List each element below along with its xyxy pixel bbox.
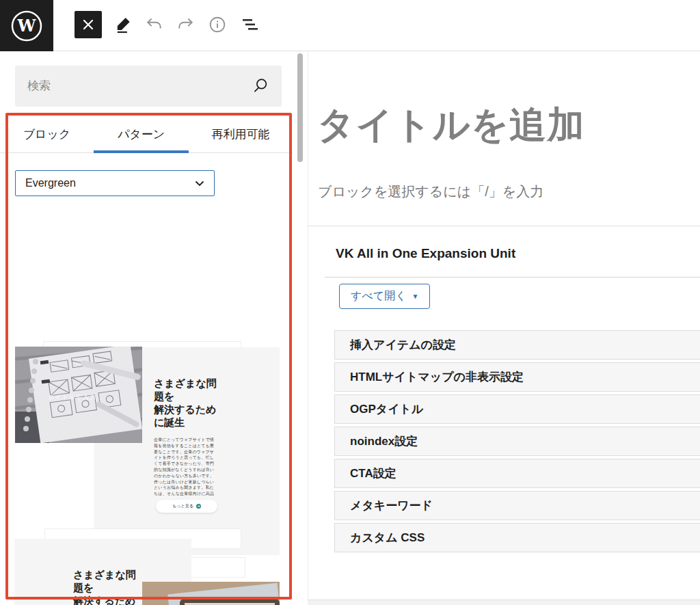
gutenberg-editor: W xyxy=(0,0,700,605)
wordpress-logo-icon: W xyxy=(10,10,43,42)
accordion-item-html-sitemap[interactable]: HTMLサイトマップの非表示設定 xyxy=(334,362,700,392)
pattern2-photo: タイトルを入力... xyxy=(142,582,280,605)
search-icon xyxy=(252,77,269,97)
pattern-preview-1[interactable]: タイトルを入力... さまざまな問 題を 解決するため に誕生 企業にとってウェ… xyxy=(5,277,286,504)
redo-button[interactable] xyxy=(174,14,196,36)
close-inserter-button[interactable] xyxy=(75,11,102,38)
accordion-item-ogp-title[interactable]: OGPタイトル xyxy=(334,394,700,424)
search-box xyxy=(15,66,282,107)
accordion-item-meta-keywords[interactable]: メタキーワード xyxy=(334,491,700,520)
pattern1-heading: さまざまな問 題を 解決するため に誕生 xyxy=(154,377,250,429)
block-appender-placeholder[interactable]: ブロックを選択するには「/」を入力 xyxy=(318,183,543,201)
wordpress-logo[interactable]: W xyxy=(0,0,53,51)
scrollbar-thumb[interactable] xyxy=(297,53,303,162)
accordion-item-custom-css[interactable]: カスタム CSS xyxy=(334,523,700,552)
pattern-preview-2[interactable]: さまざまな問 題を 解決するため に誕生 文章入力エリアの左右に余白があります。… xyxy=(5,504,286,605)
close-icon xyxy=(82,18,94,31)
undo-icon xyxy=(146,16,163,33)
canvas-bottom-edge xyxy=(308,600,700,605)
accordion-item-insert-items[interactable]: 挿入アイテムの設定 xyxy=(334,330,700,360)
info-icon xyxy=(208,16,226,33)
top-toolbar: W xyxy=(0,0,700,51)
open-all-label: すべて開く xyxy=(351,289,407,304)
meta-panel-top-divider xyxy=(308,226,700,226)
pattern1-body: 企業にとってウェブサイトで情報を発信をすることはとても重要なことです。企業のウェ… xyxy=(154,437,214,496)
edit-mode-button[interactable] xyxy=(113,14,135,36)
undo-button[interactable] xyxy=(144,14,165,36)
redo-icon xyxy=(176,16,194,33)
accordion-item-cta[interactable]: CTA設定 xyxy=(334,459,700,488)
editor-canvas: タイトルを追加 ブロックを選択するには「/」を入力 VK All in One … xyxy=(308,51,700,600)
list-view-icon xyxy=(240,16,259,33)
block-inserter-sidebar: ブロック パターン 再利用可能 Evergreen xyxy=(0,51,293,605)
meta-panel-divider xyxy=(325,277,700,278)
accordion-item-noindex[interactable]: noindex設定 xyxy=(334,427,700,456)
meta-panel-title: VK All in One Expansion Unit xyxy=(336,246,515,261)
pattern1-photo-caption: タイトルを入力... xyxy=(48,393,104,402)
list-view-button[interactable] xyxy=(239,14,260,36)
caret-down-icon: ▼ xyxy=(412,293,419,300)
pencil-icon xyxy=(115,16,133,33)
open-all-button[interactable]: すべて開く ▼ xyxy=(339,284,430,309)
settings-accordion: 挿入アイテムの設定 HTMLサイトマップの非表示設定 OGPタイトル noind… xyxy=(334,330,700,555)
svg-text:W: W xyxy=(17,16,37,36)
search-input[interactable] xyxy=(27,66,253,107)
pattern-list: タイトルを入力... さまざまな問 題を 解決するため に誕生 企業にとってウェ… xyxy=(0,103,293,605)
pattern1-photo: タイトルを入力... xyxy=(15,347,142,443)
details-button[interactable] xyxy=(206,14,228,36)
post-title-placeholder[interactable]: タイトルを追加 xyxy=(317,100,584,150)
